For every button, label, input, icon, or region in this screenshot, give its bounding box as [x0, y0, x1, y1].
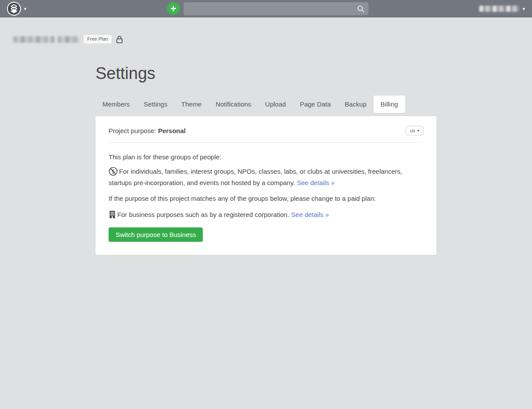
- tab-members[interactable]: Members: [95, 96, 137, 113]
- project-purpose: Project purpose: Personal: [109, 127, 186, 134]
- dollar-slash-icon: $: [109, 167, 118, 178]
- lock-icon: [116, 35, 123, 43]
- project-purpose-value: Personal: [158, 127, 185, 134]
- user-menu-caret-icon: ▾: [522, 7, 525, 11]
- tab-page-data[interactable]: Page Data: [293, 96, 338, 113]
- new-page-button[interactable]: +: [167, 2, 180, 15]
- search-input[interactable]: [184, 2, 368, 15]
- search-icon[interactable]: [357, 5, 365, 14]
- personal-description-text: For individuals, families, interest grou…: [109, 168, 402, 186]
- project-switcher-caret-icon[interactable]: ▾: [24, 7, 27, 11]
- tab-backup[interactable]: Backup: [338, 96, 374, 113]
- chevron-down-icon: ▾: [417, 129, 419, 133]
- billing-panel: Project purpose: Personal us ▾ This plan…: [95, 116, 437, 255]
- tab-notifications[interactable]: Notifications: [208, 96, 258, 113]
- username-redacted: [479, 6, 519, 12]
- tab-settings[interactable]: Settings: [137, 96, 174, 113]
- app-logo-icon[interactable]: [7, 2, 21, 16]
- tab-upload[interactable]: Upload: [258, 96, 293, 113]
- project-name-redacted[interactable]: [13, 36, 55, 43]
- switch-purpose-button[interactable]: Switch purpose to Business: [109, 227, 203, 242]
- divider: [109, 142, 423, 143]
- plan-badge[interactable]: Free Plan: [84, 35, 112, 43]
- change-plan-prompt: If the purpose of this project matches a…: [109, 194, 423, 203]
- building-icon: [109, 210, 116, 221]
- plan-intro-text: This plan is for these groups of people:: [109, 152, 423, 162]
- business-description-text: For business purposes such as by a regis…: [117, 211, 289, 218]
- search-bar: [184, 2, 368, 15]
- top-navbar: ▾ + ▾: [0, 0, 532, 17]
- locale-dropdown[interactable]: us ▾: [406, 126, 423, 135]
- personal-plan-description: $ For individuals, families, interest gr…: [109, 167, 423, 187]
- user-menu[interactable]: ▾: [479, 6, 525, 12]
- page-title: Settings: [95, 64, 437, 82]
- business-see-details-link[interactable]: See details »: [291, 211, 329, 218]
- tab-theme[interactable]: Theme: [174, 96, 209, 113]
- project-header: Free Plan: [13, 35, 532, 44]
- locale-dropdown-label: us: [410, 128, 415, 133]
- tab-billing[interactable]: Billing: [374, 96, 405, 113]
- project-purpose-label: Project purpose:: [109, 127, 156, 134]
- project-name-redacted-2[interactable]: [58, 36, 79, 43]
- business-plan-description: For business purposes such as by a regis…: [109, 210, 423, 221]
- personal-see-details-link[interactable]: See details »: [297, 179, 335, 186]
- settings-tabs: Members Settings Theme Notifications Upl…: [95, 96, 437, 113]
